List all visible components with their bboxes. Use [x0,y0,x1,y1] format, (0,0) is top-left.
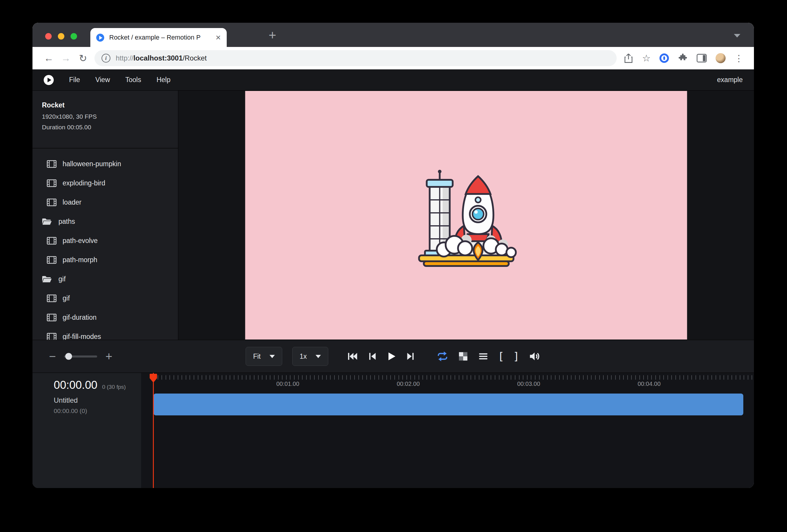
share-icon[interactable] [624,53,633,63]
composition-label: gif [63,294,70,302]
site-info-icon[interactable]: i [102,54,110,63]
timeline-menu-icon[interactable] [477,351,489,362]
composition-duration: Duration 00:05.00 [42,122,169,132]
timecode-row: 00:00.00 0 (30 fps) [54,379,141,391]
password-manager-icon[interactable] [659,54,669,63]
composition-label: halloween-pumpkin [63,160,121,168]
composition-item[interactable]: gif [33,289,178,308]
profile-avatar[interactable] [716,53,726,63]
composition-item[interactable]: gif-duration [33,308,178,327]
composition-label: gif-duration [63,314,97,321]
composition-item[interactable]: loader [33,193,178,212]
minimize-window-button[interactable] [58,33,64,40]
timeline-panel: 00:01.00 00:02.00 00:03.00 00:04.00 00:0… [33,373,754,488]
film-icon [47,256,57,264]
next-frame-icon[interactable] [405,350,417,362]
in-point-button[interactable]: [ [498,351,504,362]
timeline-ruler[interactable] [153,375,754,380]
composition-item[interactable]: halloween-pumpkin [33,154,178,174]
desktop: Rocket / example – Remotion P × + ← → ↻ … [0,0,787,532]
ruler-label: 00:03.00 [517,381,540,387]
speed-dropdown[interactable]: 1x [292,347,328,366]
close-window-button[interactable] [45,33,52,40]
folder-open-icon [41,275,52,284]
composition-label: gif-fill-modes [63,333,101,340]
speed-dropdown-value: 1x [300,353,307,360]
ruler-label: 00:04.00 [638,381,661,387]
ruler-label: 00:01.00 [276,381,299,387]
timeline-track[interactable] [153,393,743,416]
zoom-slider-knob[interactable] [65,353,72,360]
extensions-puzzle-icon[interactable] [678,53,688,63]
new-tab-button[interactable]: + [269,27,276,43]
tab-search-chevron-icon[interactable] [734,34,740,38]
jump-to-start-icon[interactable] [346,350,358,362]
app-menubar: File View Tools Help example [33,69,754,91]
playback-controls-bar: − + Fit 1x [33,340,754,373]
composition-resolution: 1920x1080, 30 FPS [42,111,169,122]
browser-tab[interactable]: Rocket / example – Remotion P × [90,28,227,47]
remotion-logo-icon[interactable] [44,75,54,85]
composition-label: path-evolve [63,237,98,245]
previous-frame-icon[interactable] [366,350,378,362]
out-point-button[interactable]: ] [513,351,519,362]
center-controls: Fit 1x [246,347,540,366]
remotion-favicon-icon [96,34,104,42]
browser-toolbar: ← → ↻ i http://localhost:3001/Rocket ☆ [33,47,754,69]
track-name[interactable]: Untitled [54,396,141,404]
browser-window: Rocket / example – Remotion P × + ← → ↻ … [33,23,754,488]
tab-strip: Rocket / example – Remotion P × + [33,23,754,47]
zoom-in-button[interactable]: + [105,350,112,362]
timeline-info-column: 00:00.00 0 (30 fps) Untitled 00:00.00 (0… [33,373,141,488]
folder-item[interactable]: gif [33,270,178,289]
bookmark-star-icon[interactable]: ☆ [642,52,651,64]
timeline-zoom-controls: − + [49,350,112,362]
video-canvas[interactable] [245,91,687,340]
playhead-marker[interactable] [149,374,157,383]
film-icon [47,333,57,340]
loop-icon[interactable] [436,350,449,363]
rocket-illustration [407,156,525,274]
transparency-checkerboard-icon[interactable] [458,351,469,362]
menu-help[interactable]: Help [156,76,170,84]
address-bar[interactable]: i http://localhost:3001/Rocket [94,50,617,66]
preview-area [178,91,754,340]
zoom-slider[interactable] [64,356,97,358]
folder-item[interactable]: paths [33,212,178,231]
menu-file[interactable]: File [69,76,80,84]
composition-item[interactable]: gif-fill-modes [33,327,178,340]
size-dropdown[interactable]: Fit [246,347,282,366]
url-path: /Rocket [183,54,207,62]
composition-item[interactable]: path-morph [33,250,178,270]
zoom-out-button[interactable]: − [49,350,56,362]
film-icon [47,314,57,321]
tab-close-icon[interactable]: × [215,33,221,42]
toolbar-actions: ☆ ⋮ [622,52,746,64]
folder-label: paths [59,218,75,226]
compositions-sidebar: Rocket 1920x1080, 30 FPS Duration 00:05.… [33,91,178,340]
transport-buttons [346,350,417,362]
playhead-line[interactable] [153,373,154,488]
composition-item[interactable]: exploding-bird [33,174,178,193]
current-frame-label: 0 (30 fps) [102,384,126,390]
ruler-label: 00:02.00 [397,381,420,387]
composition-item[interactable]: path-evolve [33,231,178,250]
play-icon[interactable] [385,350,397,362]
url-scheme: http:// [116,54,133,62]
composition-info: Rocket 1920x1080, 30 FPS Duration 00:05.… [33,91,178,132]
film-icon [47,237,57,245]
zoom-window-button[interactable] [70,33,77,40]
menu-tools[interactable]: Tools [125,76,142,84]
project-name-label: example [717,76,743,84]
composition-label: loader [63,198,82,206]
browser-menu-icon[interactable]: ⋮ [735,53,743,63]
side-panel-icon[interactable] [697,54,707,63]
forward-button[interactable]: → [57,52,75,64]
app-content: Rocket 1920x1080, 30 FPS Duration 00:05.… [33,91,754,340]
composition-label: exploding-bird [63,179,105,187]
reload-button[interactable]: ↻ [75,52,91,64]
volume-icon[interactable] [528,350,541,363]
back-button[interactable]: ← [40,52,57,64]
track-duration: 00:00.00 (0) [54,407,141,414]
menu-view[interactable]: View [95,76,110,84]
